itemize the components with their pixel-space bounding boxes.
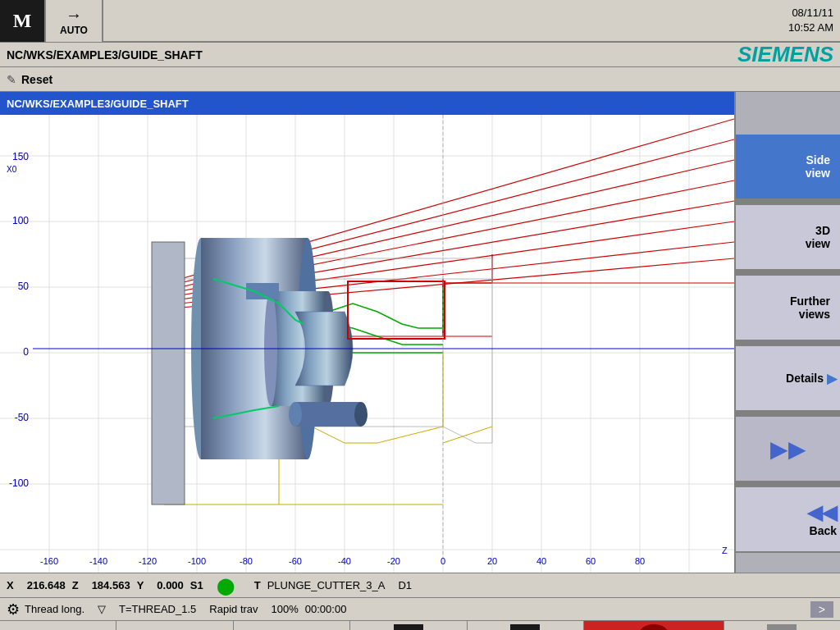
prog-corr-icon: ✎	[767, 624, 797, 630]
status-bar: X 216.648 Z 184.563 Y 0.000 S1 ⬤ T PLUNG…	[0, 573, 840, 597]
svg-rect-66	[152, 242, 185, 504]
bottom-btn-1[interactable]	[0, 621, 116, 630]
bottom-btn-2[interactable]	[116, 621, 233, 630]
y-label: Y	[137, 579, 144, 591]
scroll-button[interactable]: >	[810, 601, 833, 618]
simult-record-button[interactable]: ● Simult. record.	[584, 621, 724, 630]
svg-text:60: 60	[586, 556, 596, 566]
logo: M	[0, 0, 46, 42]
x-value: 216.648	[27, 579, 66, 591]
bottom-function-bar: NC Prog. cntrl. NC Block search ● Simult…	[0, 620, 840, 630]
block-search-button[interactable]: NC Block search	[468, 621, 584, 630]
block-search-icon: NC	[510, 624, 540, 630]
reset-button[interactable]: Reset	[21, 73, 52, 86]
simult-icon: ●	[639, 624, 669, 630]
tool-name: PLUNGE_CUTTER_3_A	[267, 579, 386, 591]
svg-text:-140: -140	[89, 556, 107, 566]
svg-text:0: 0	[23, 346, 29, 358]
svg-text:20: 20	[487, 556, 497, 566]
svg-text:X0: X0	[7, 165, 17, 174]
simulation-chart: 150 100 50 0 -50 -100 X0 Z -160 -140 -12…	[0, 115, 734, 573]
side-view-button[interactable]: Sideview	[736, 135, 840, 200]
details-button[interactable]: Details ▶	[736, 346, 840, 412]
svg-text:-20: -20	[387, 556, 400, 566]
svg-text:-120: -120	[139, 556, 157, 566]
time: 10:52 AM	[788, 21, 833, 35]
svg-rect-73	[295, 402, 361, 427]
details-chevron: ▶	[827, 371, 837, 386]
thread-triangle: ▽	[98, 603, 106, 615]
svg-text:Z: Z	[722, 546, 728, 555]
further-views-label: Furtherviews	[790, 294, 830, 321]
siemens-brand: SIEMENS	[737, 42, 833, 67]
svg-text:-60: -60	[289, 556, 302, 566]
back-button[interactable]: ◀◀ Back	[736, 487, 840, 553]
svg-text:-80: -80	[240, 556, 253, 566]
svg-point-75	[354, 402, 368, 427]
auto-mode-indicator: → AUTO	[46, 0, 103, 42]
svg-text:50: 50	[18, 281, 30, 292]
svg-text:80: 80	[635, 556, 645, 566]
prog-cntrl-icon: NC	[394, 624, 423, 630]
datetime-display: 08/11/11 10:52 AM	[788, 6, 833, 35]
svg-text:-100: -100	[9, 477, 29, 489]
forward-button[interactable]: ▶▶	[736, 417, 840, 482]
reset-icon: ✎	[7, 73, 16, 86]
tool-label: T	[254, 579, 261, 591]
svg-rect-76	[246, 283, 279, 299]
auto-arrow: →	[66, 6, 82, 25]
prog-cntrl-button[interactable]: NC Prog. cntrl.	[350, 621, 467, 630]
thread-bar: ⚙ Thread long. ▽ T=THREAD_1.5 Rapid trav…	[0, 597, 840, 620]
thread-icon: ⚙	[7, 600, 20, 619]
back-label: Back	[810, 524, 837, 537]
rapid-label: Rapid trav	[209, 603, 258, 615]
further-views-button[interactable]: Furtherviews	[736, 276, 840, 341]
forward-double-arrow: ▶▶	[770, 436, 806, 463]
time-value: 00:00:00	[305, 603, 347, 615]
z-label: Z	[72, 579, 79, 591]
x-label: X	[7, 579, 14, 591]
3d-view-button[interactable]: 3Dview	[736, 205, 840, 271]
status-green-circle: ⬤	[217, 576, 235, 596]
bottom-btn-3[interactable]	[234, 621, 350, 630]
program-path: NC/WKS/EXAMPLE3/GUIDE_SHAFT	[7, 98, 189, 110]
thread-label: Thread long.	[25, 603, 84, 615]
z-value: 184.563	[92, 579, 130, 591]
svg-text:150: 150	[12, 151, 29, 162]
y-value: 0.000	[157, 579, 184, 591]
svg-text:-50: -50	[15, 412, 30, 423]
chart-area: 150 100 50 0 -50 -100 X0 Z -160 -140 -12…	[0, 115, 734, 573]
svg-text:-40: -40	[338, 556, 351, 566]
svg-text:40: 40	[536, 556, 546, 566]
logo-m: M	[13, 10, 32, 32]
side-view-label: Sideview	[806, 153, 830, 180]
svg-text:-160: -160	[40, 556, 58, 566]
right-sidebar: Sideview 3Dview Furtherviews Details ▶ ▶…	[734, 115, 840, 573]
prog-corr-button[interactable]: ✎ Prog. corr.	[724, 621, 840, 630]
svg-text:-100: -100	[188, 556, 206, 566]
auto-label: AUTO	[60, 25, 88, 36]
svg-point-74	[289, 402, 302, 427]
details-label: Details	[786, 372, 824, 385]
svg-text:100: 100	[12, 215, 29, 226]
back-double-arrow: ◀◀	[807, 501, 837, 524]
t-value: T=THREAD_1.5	[119, 603, 196, 615]
date: 08/11/11	[788, 6, 833, 21]
speed-value: 100%	[272, 603, 299, 615]
3d-view-label: 3Dview	[806, 224, 830, 250]
svg-rect-0	[0, 115, 734, 573]
s-label: S1	[190, 579, 203, 591]
nc-path: NC/WKS/EXAMPLE3/GUIDE_SHAFT	[7, 48, 203, 62]
d-label: D1	[398, 579, 412, 591]
